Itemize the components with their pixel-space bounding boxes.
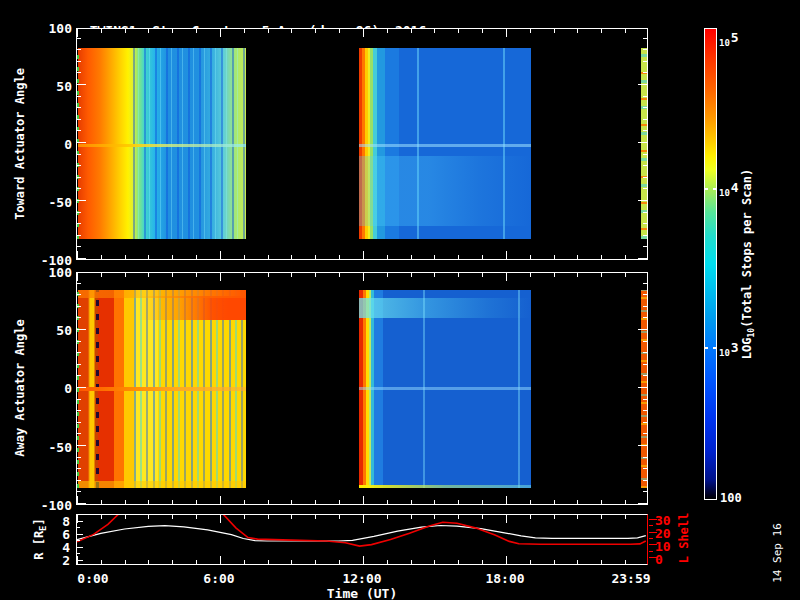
away-spectrogram-panel [76,272,648,505]
toward-spectrogram-panel [76,28,648,260]
colorbar-tick-100: 100 [720,491,742,505]
toward-ytick-50: 50 [28,79,72,94]
lshell-axis-label: L Shell [677,513,691,564]
r-axis-ticks [77,521,84,562]
cb-base-3: 10 [719,348,730,358]
toward-yticks-left [77,29,86,259]
r-label-sub: E [38,525,48,530]
toward-axis-label: Toward Actuator Angle [13,68,27,220]
plot-page: { "title": { "main": "TWINS1: Stop Count… [0,0,800,600]
cb-exp-5: 5 [731,30,739,45]
colorbar-label: LOG10(Total Stops per Scan) [740,169,756,359]
colorbar-tick-1e3: 103 [719,340,739,360]
r-tick-2: 2 [50,553,70,568]
away-ytick-100: 100 [28,265,72,280]
xtick-2359: 23:59 [611,571,650,586]
away-axis-label: Away Actuator Angle [13,319,27,456]
away-block1-angle0-line [78,387,246,391]
cb-base-5: 10 [719,38,730,48]
cb-label-sub: 10 [747,328,756,338]
bottom-xticks-top [77,515,647,523]
away-block2-angle0-line [359,387,531,390]
toward-block1-angle0-line [78,144,246,147]
colorbar-tick-1e5: 105 [719,30,739,50]
colorbar-dash-1e4-right [713,188,717,190]
orbit-line-panel [76,514,648,565]
xtick-1200: 12:00 [342,571,381,586]
xtick-1800: 18:00 [485,571,524,586]
colorbar-dash-1e4-left [704,188,708,190]
toward-block2-lowband [359,156,531,226]
away-block1-top-row [78,290,246,298]
toward-yticks-right [638,29,647,259]
r-curve [77,526,646,542]
r-label-pre: R [R [32,531,46,560]
r-label-post: ] [32,518,46,525]
away-ytick-50: 50 [28,323,72,338]
colorbar-dash-1e3-left [704,347,708,349]
toward-ytick-0: 0 [28,137,72,152]
bottom-xticks-bottom [77,556,647,564]
cb-label-post: (Total Stops per Scan) [740,169,754,328]
toward-xticks-bottom [77,251,647,259]
time-axis-label: Time (UT) [327,586,397,600]
cb-base-4: 10 [719,188,730,198]
toward-xticks-top [77,29,647,37]
away-ytick-m50: -50 [28,440,72,455]
lshell-tick-0: 0 [655,552,663,567]
toward-ytick-100: 100 [28,21,72,36]
colorbar [704,28,717,500]
cb-exp-3: 3 [731,340,739,355]
toward-data-block-2 [359,48,531,239]
away-block1-orange-band [78,296,246,320]
colorbar-dash-1e3-right [713,347,717,349]
creation-timestamp: 14 Sep 16 [771,523,784,583]
r-axis-label: R [RE] [32,518,48,560]
away-yticks-right [638,273,647,504]
toward-ytick-m50: -50 [28,195,72,210]
away-yticks-left [77,273,86,504]
cb-label-pre: LOG [740,337,754,359]
away-ytick-m100: -100 [28,498,72,513]
cb-exp-4: 4 [731,180,739,195]
away-block2-bottom-line [359,485,531,488]
away-data-block-1 [78,290,246,488]
away-block1-bottom-row [78,481,246,488]
away-ytick-0: 0 [28,381,72,396]
colorbar-tick-1e4: 104 [719,180,739,200]
away-xticks-top [77,273,647,281]
away-data-block-2 [359,290,531,488]
away-xticks-bottom [77,496,647,504]
xtick-0600: 6:00 [203,571,234,586]
xtick-0000: 0:00 [77,571,108,586]
toward-block2-angle0-line [359,144,531,147]
toward-data-block-1 [78,48,246,239]
